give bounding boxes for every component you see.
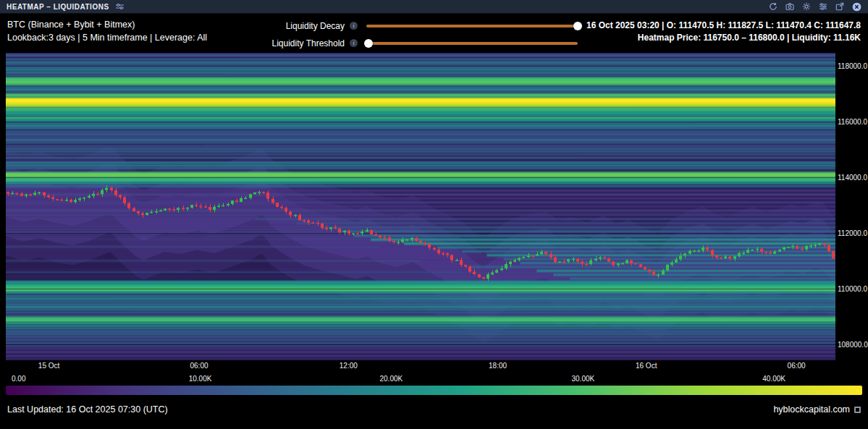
- x-axis-label: 06:00: [190, 362, 208, 370]
- colorbar-tick-label: 20.00K: [379, 375, 403, 383]
- last-updated-label: Last Updated: 16 Oct 2025 07:30 (UTC): [7, 404, 168, 415]
- ohlc-readout: 16 Oct 2025 03:20 | O: 111470.5 H: 11182…: [586, 20, 861, 32]
- price-readout: 16 Oct 2025 03:20 | O: 111470.5 H: 11182…: [586, 20, 861, 44]
- liquidity-threshold-track[interactable]: [366, 42, 578, 45]
- filter-settings-icon[interactable]: [115, 3, 125, 10]
- info-icon[interactable]: i: [350, 39, 358, 47]
- colorbar-gradient: [6, 386, 862, 395]
- chart-area: 118000.0116000.0114000.0112000.0110000.0…: [0, 53, 868, 360]
- colorbar-labels: 0.0010.00K20.00K30.00K40.00K: [6, 375, 862, 384]
- y-axis-label: 112000.0: [838, 229, 867, 237]
- liquidation-heatmap-canvas[interactable]: [6, 53, 835, 360]
- liquidity-decay-label: Liquidity Decay: [248, 21, 345, 31]
- camera-icon[interactable]: [785, 2, 794, 11]
- titlebar-actions: [769, 2, 861, 12]
- y-axis-label: 110000.0: [838, 285, 867, 293]
- titlebar: HEATMAP – LIQUIDATIONS: [0, 0, 868, 14]
- y-axis-label: 114000.0: [838, 174, 867, 182]
- window-title: HEATMAP – LIQUIDATIONS: [7, 3, 109, 11]
- y-axis-label: 108000.0: [838, 341, 868, 349]
- colorbar-tick-label: 10.00K: [189, 375, 212, 383]
- info-icon[interactable]: i: [350, 22, 358, 30]
- liquidity-threshold-slider[interactable]: [366, 38, 578, 48]
- y-axis-label: 116000.0: [838, 118, 867, 126]
- colorbar-tick-label: 30.00K: [571, 375, 594, 383]
- x-axis-label: 12:00: [340, 362, 358, 370]
- heatmap-readout: Heatmap Price: 116750.0 – 116800.0 | Liq…: [586, 32, 861, 44]
- liquidity-decay-slider[interactable]: [366, 21, 578, 31]
- y-axis: 118000.0116000.0114000.0112000.0110000.0…: [835, 53, 868, 360]
- footer: Last Updated: 16 Oct 2025 07:30 (UTC) hy…: [0, 404, 868, 415]
- liquidity-threshold-thumb[interactable]: [364, 39, 373, 48]
- tune-icon[interactable]: [819, 2, 827, 11]
- symbol-info: BTC (Binance + Bybit + Bitmex) Lookback:…: [7, 18, 248, 44]
- app-window: HEATMAP – LIQUIDATIONS: [0, 0, 868, 429]
- symbol-label: BTC (Binance + Bybit + Bitmex): [7, 18, 248, 31]
- colorbar-tick-label: 40.00K: [762, 375, 785, 383]
- chart-header: BTC (Binance + Bybit + Bitmex) Lookback:…: [0, 14, 868, 51]
- x-axis-label: 15 Oct: [38, 362, 59, 370]
- liquidity-threshold-row: Liquidity Threshold i: [248, 36, 578, 50]
- x-axis-label: 16 Oct: [636, 362, 657, 370]
- close-icon[interactable]: [852, 2, 861, 12]
- colorbar-tick-label: 0.00: [12, 375, 25, 383]
- brand-link[interactable]: hyblockcapital.com: [773, 404, 861, 415]
- refresh-icon[interactable]: [769, 2, 778, 11]
- y-axis-label: 118000.0: [838, 62, 867, 70]
- x-axis-label: 18:00: [489, 362, 507, 370]
- brand-icon: [854, 407, 861, 413]
- liquidity-threshold-label: Liquidity Threshold: [248, 38, 345, 48]
- slider-controls: Liquidity Decay i Liquidity Threshold i: [248, 19, 578, 50]
- brand-label: hyblockcapital.com: [773, 404, 850, 415]
- settings-label: Lookback:3 days | 5 Min timeframe | Leve…: [7, 31, 248, 44]
- liquidity-decay-thumb[interactable]: [573, 22, 582, 30]
- x-axis: 15 Oct06:0012:0018:0016 Oct06:00: [6, 361, 835, 370]
- x-axis-label: 06:00: [788, 362, 806, 370]
- liquidity-decay-row: Liquidity Decay i: [248, 19, 578, 33]
- export-icon[interactable]: [835, 2, 844, 11]
- gear-icon[interactable]: [802, 2, 811, 11]
- liquidity-decay-track[interactable]: [366, 25, 578, 27]
